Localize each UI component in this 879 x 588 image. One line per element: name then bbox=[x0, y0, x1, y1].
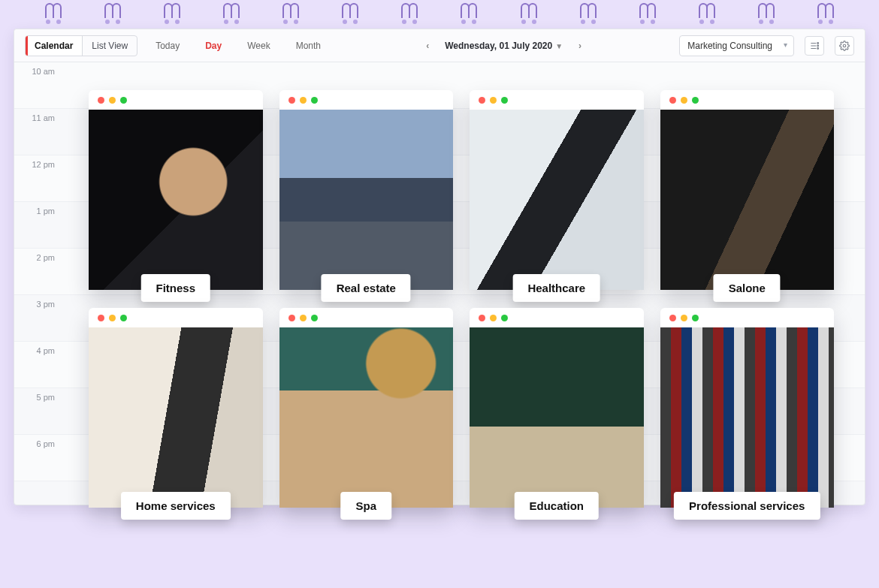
category-cards: FitnessReal estateHealthcareSaloneHome s… bbox=[89, 90, 834, 508]
category-card[interactable]: Salone bbox=[660, 90, 835, 290]
window-dots bbox=[279, 90, 454, 110]
zoom-icon bbox=[692, 97, 699, 104]
category-thumb bbox=[279, 327, 454, 508]
category-label: Education bbox=[514, 492, 599, 520]
svg-point-0 bbox=[817, 42, 819, 44]
hour-label: 11 am bbox=[14, 109, 62, 127]
category-card[interactable]: Spa bbox=[279, 308, 454, 508]
category-label: Salone bbox=[714, 274, 781, 302]
minimize-icon bbox=[681, 97, 687, 104]
range-month[interactable]: Month bbox=[288, 36, 328, 56]
service-select[interactable]: Marketing Consulting bbox=[679, 35, 794, 56]
date-navigator: ‹ Wednesday, 01 July 2020▼ › bbox=[419, 38, 588, 54]
view-calendar[interactable]: Calendar bbox=[26, 36, 83, 56]
close-icon bbox=[479, 315, 485, 321]
window-dots bbox=[89, 90, 263, 110]
view-switch: Calendar List View bbox=[25, 35, 137, 56]
category-thumb bbox=[279, 110, 454, 290]
prev-day-button[interactable]: ‹ bbox=[419, 38, 436, 54]
category-thumb bbox=[89, 327, 263, 508]
hour-label: 5 pm bbox=[14, 388, 62, 406]
category-label: Spa bbox=[340, 492, 391, 520]
minimize-icon bbox=[300, 315, 307, 321]
hour-label: 12 pm bbox=[14, 155, 62, 173]
category-card[interactable]: Education bbox=[470, 308, 644, 508]
current-date[interactable]: Wednesday, 01 July 2020▼ bbox=[445, 41, 563, 51]
category-label: Fitness bbox=[140, 274, 210, 302]
zoom-icon bbox=[692, 315, 699, 321]
category-thumb bbox=[89, 110, 263, 290]
window-dots bbox=[470, 90, 644, 110]
hour-label: 3 pm bbox=[14, 295, 62, 313]
today-button[interactable]: Today bbox=[148, 36, 187, 56]
hour-label: 1 pm bbox=[14, 202, 62, 220]
category-thumb bbox=[660, 110, 835, 290]
category-thumb bbox=[660, 327, 835, 508]
close-icon bbox=[669, 97, 676, 104]
category-card[interactable]: Real estate bbox=[279, 90, 454, 290]
minimize-icon bbox=[490, 315, 497, 321]
calendar-toolbar: Calendar List View Today Day Week Month … bbox=[14, 29, 865, 62]
close-icon bbox=[669, 315, 676, 321]
minimize-icon bbox=[681, 315, 687, 321]
window-dots bbox=[279, 308, 454, 327]
zoom-icon bbox=[120, 97, 127, 104]
minimize-icon bbox=[490, 97, 497, 104]
category-label: Professional services bbox=[674, 492, 820, 520]
zoom-icon bbox=[311, 97, 318, 104]
category-label: Home services bbox=[121, 492, 231, 520]
category-thumb bbox=[470, 327, 644, 508]
hour-label: 6 pm bbox=[14, 435, 62, 453]
minimize-icon bbox=[109, 97, 116, 104]
zoom-icon bbox=[120, 315, 127, 321]
zoom-icon bbox=[501, 315, 508, 321]
category-label: Healthcare bbox=[512, 274, 600, 302]
svg-point-3 bbox=[843, 44, 846, 47]
hour-label: 4 pm bbox=[14, 342, 62, 360]
list-settings-icon[interactable] bbox=[805, 36, 824, 56]
close-icon bbox=[288, 315, 295, 321]
close-icon bbox=[288, 97, 295, 104]
hour-label: 2 pm bbox=[14, 249, 62, 267]
category-label: Real estate bbox=[322, 274, 411, 302]
spiral-rings bbox=[45, 3, 834, 29]
category-card[interactable]: Home services bbox=[89, 308, 263, 508]
svg-point-1 bbox=[817, 45, 819, 47]
close-icon bbox=[98, 315, 104, 321]
svg-point-2 bbox=[817, 47, 819, 49]
window-dots bbox=[89, 308, 263, 327]
window-dots bbox=[660, 90, 835, 110]
zoom-icon bbox=[311, 315, 318, 321]
minimize-icon bbox=[109, 315, 116, 321]
category-card[interactable]: Healthcare bbox=[470, 90, 644, 290]
category-card[interactable]: Professional services bbox=[660, 308, 835, 508]
hour-label: 10 am bbox=[14, 62, 62, 80]
window-dots bbox=[470, 308, 644, 327]
category-thumb bbox=[470, 110, 644, 290]
next-day-button[interactable]: › bbox=[572, 38, 588, 54]
category-card[interactable]: Fitness bbox=[89, 90, 263, 290]
close-icon bbox=[479, 97, 485, 104]
gear-icon[interactable] bbox=[835, 36, 854, 56]
range-week[interactable]: Week bbox=[240, 36, 277, 56]
close-icon bbox=[98, 97, 104, 104]
zoom-icon bbox=[501, 97, 508, 104]
minimize-icon bbox=[300, 97, 307, 104]
range-day[interactable]: Day bbox=[198, 36, 229, 56]
view-list[interactable]: List View bbox=[83, 36, 137, 56]
window-dots bbox=[660, 308, 835, 327]
